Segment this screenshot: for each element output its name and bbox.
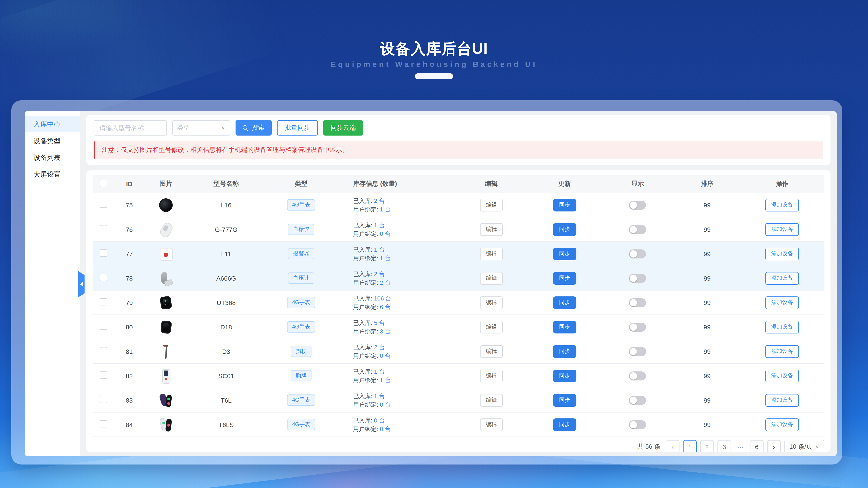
type-tag: 4G手表 (287, 199, 315, 210)
sidebar-item[interactable]: 设备类型 (25, 132, 80, 149)
cloud-sync-button[interactable]: 同步云端 (323, 120, 363, 135)
title-underline (415, 73, 453, 79)
sidebar-item[interactable]: 大屏设置 (25, 166, 80, 183)
row-checkbox[interactable] (100, 323, 107, 330)
square-smartwatch-image (158, 294, 174, 311)
sync-button[interactable]: 同步 (553, 272, 576, 285)
row-checkbox[interactable] (100, 274, 107, 281)
visibility-toggle[interactable] (629, 298, 646, 307)
table-row: 78 A666G 血压计 已入库: 2 台 用户绑定: 2 台 编辑 同步 99… (93, 266, 824, 291)
collapse-arrow-icon (80, 282, 83, 287)
wristbands-white-image (158, 416, 174, 433)
add-device-button[interactable]: 添加设备 (765, 369, 799, 382)
row-checkbox[interactable] (100, 396, 107, 403)
row-checkbox[interactable] (100, 347, 107, 354)
stock-in-line: 已入库: 2 台 (353, 343, 455, 351)
visibility-toggle[interactable] (629, 347, 646, 356)
row-checkbox[interactable] (100, 250, 107, 257)
edit-button[interactable]: 编辑 (480, 272, 503, 285)
sync-button[interactable]: 同步 (553, 199, 576, 211)
type-tag: 4G手表 (287, 419, 315, 430)
stock-in-line: 已入库: 0 台 (353, 416, 455, 424)
edit-button[interactable]: 编辑 (480, 345, 503, 358)
chevron-down-icon: ∨ (221, 125, 225, 130)
row-checkbox[interactable] (100, 371, 107, 379)
model-name: SC01 (188, 372, 265, 379)
sync-button[interactable]: 同步 (553, 248, 576, 260)
prev-page-button[interactable]: ‹ (666, 440, 680, 452)
visibility-toggle[interactable] (629, 322, 646, 331)
visibility-toggle[interactable] (629, 225, 646, 234)
add-device-button[interactable]: 添加设备 (765, 272, 799, 285)
add-device-button[interactable]: 添加设备 (765, 223, 799, 236)
sort-value: 99 (674, 226, 740, 233)
page-button-1[interactable]: 1 (683, 440, 697, 452)
add-device-button[interactable]: 添加设备 (765, 248, 799, 260)
page-button-3[interactable]: 3 (717, 440, 731, 452)
add-device-button[interactable]: 添加设备 (765, 199, 799, 211)
edit-button[interactable]: 编辑 (480, 296, 503, 309)
edit-button[interactable]: 编辑 (480, 369, 503, 382)
add-device-button[interactable]: 添加设备 (765, 345, 799, 358)
table-row: 80 D18 4G手表 已入库: 5 台 用户绑定: 3 台 编辑 同步 99 … (93, 315, 824, 339)
batch-sync-button[interactable]: 批量同步 (277, 120, 318, 135)
search-icon (243, 125, 249, 131)
visibility-toggle[interactable] (629, 273, 646, 283)
select-all-checkbox[interactable] (100, 180, 107, 187)
sync-button[interactable]: 同步 (553, 321, 576, 333)
add-device-button[interactable]: 添加设备 (765, 296, 799, 309)
table-row: 79 UT368 4G手表 已入库: 106 台 用户绑定: 6 台 编辑 同步… (93, 291, 824, 315)
add-device-button[interactable]: 添加设备 (765, 321, 799, 333)
type-select[interactable]: 类型 ∨ (172, 120, 230, 135)
pagination: 共 56 条 ‹123···6›10 条/页∨ (93, 437, 824, 452)
notice-banner: 注意：仅支持图片和型号修改，相关信息将在手机端的设备管理与档案管理设备中展示。 (94, 141, 823, 159)
page: 设备入库后台UI Equipment Warehousing Backend U… (0, 0, 868, 488)
add-device-button[interactable]: 添加设备 (765, 418, 799, 431)
row-checkbox[interactable] (100, 225, 107, 232)
row-checkbox[interactable] (100, 298, 107, 305)
user-bound-line: 用户绑定: 0 台 (353, 400, 455, 409)
stock-info: 已入库: 1 台 用户绑定: 1 台 (338, 367, 455, 384)
sidebar-item[interactable]: 设备列表 (25, 149, 80, 166)
add-device-button[interactable]: 添加设备 (765, 394, 799, 406)
edit-button[interactable]: 编辑 (480, 248, 503, 260)
page-size-select[interactable]: 10 条/页∨ (784, 440, 824, 452)
page-button-2[interactable]: 2 (700, 440, 714, 452)
sidebar-collapse-handle[interactable] (78, 271, 85, 297)
edit-button[interactable]: 编辑 (480, 394, 503, 406)
sync-button[interactable]: 同步 (553, 223, 576, 236)
edit-button[interactable]: 编辑 (480, 199, 503, 211)
sort-value: 99 (674, 348, 740, 355)
sync-button[interactable]: 同步 (553, 369, 576, 382)
search-button[interactable]: 搜索 (236, 120, 272, 135)
visibility-toggle[interactable] (629, 200, 646, 209)
stock-info: 已入库: 1 台 用户绑定: 0 台 (338, 221, 455, 238)
model-search-input[interactable] (94, 120, 167, 135)
sync-button[interactable]: 同步 (553, 418, 576, 431)
sync-button[interactable]: 同步 (553, 345, 576, 358)
sync-button[interactable]: 同步 (553, 296, 576, 309)
device-id: 84 (115, 421, 144, 428)
table-row: 84 T6LS 4G手表 已入库: 0 台 用户绑定: 0 台 编辑 同步 99… (93, 413, 824, 437)
sidebar-item[interactable]: 入库中心 (25, 116, 80, 132)
table-row: 76 G-777G 血糖仪 已入库: 1 台 用户绑定: 0 台 编辑 同步 9… (93, 217, 824, 242)
user-bound-line: 用户绑定: 0 台 (353, 229, 455, 238)
visibility-toggle[interactable] (629, 396, 646, 404)
visibility-toggle[interactable] (629, 371, 646, 380)
next-page-button[interactable]: › (767, 440, 781, 452)
visibility-toggle[interactable] (629, 420, 646, 429)
type-tag: 胸牌 (291, 370, 311, 381)
edit-button[interactable]: 编辑 (480, 223, 503, 236)
visibility-toggle[interactable] (629, 249, 646, 258)
device-id: 77 (115, 250, 144, 257)
edit-button[interactable]: 编辑 (480, 418, 503, 431)
type-tag: 血压计 (288, 272, 314, 284)
row-checkbox[interactable] (100, 201, 107, 208)
sync-button[interactable]: 同步 (553, 394, 576, 406)
toolbar-card: 类型 ∨ 搜索 批量同步 同步云端 注意：仅支持图片和型号修改，相关信息将在手机… (86, 115, 831, 165)
row-checkbox[interactable] (100, 420, 107, 427)
stock-info: 已入库: 1 台 用户绑定: 1 台 (338, 245, 455, 262)
edit-button[interactable]: 编辑 (480, 321, 503, 333)
page-button-6[interactable]: 6 (750, 440, 764, 452)
sort-value: 99 (674, 299, 740, 306)
